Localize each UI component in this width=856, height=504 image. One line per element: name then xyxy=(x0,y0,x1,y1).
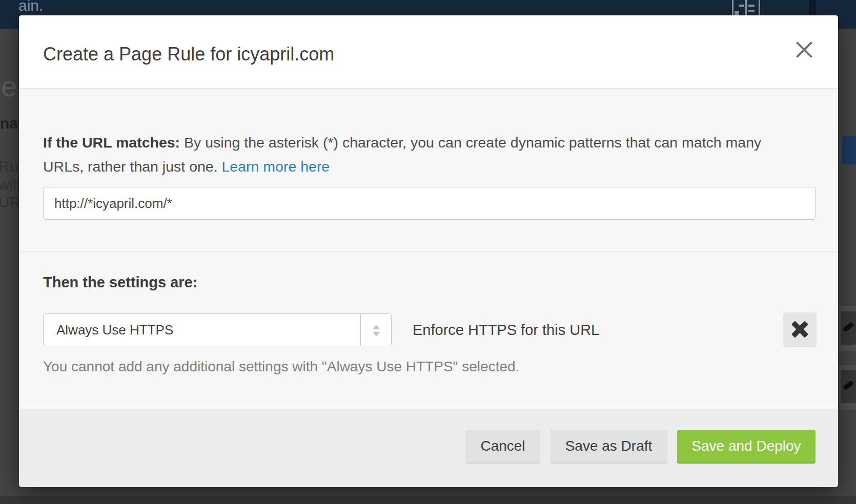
save-as-draft-button[interactable]: Save as Draft xyxy=(550,430,667,463)
background-domain-text: ain. xyxy=(18,0,43,14)
remove-setting-button[interactable] xyxy=(783,312,817,346)
setting-select-value: Always Use HTTPS xyxy=(56,314,173,346)
section-divider xyxy=(19,251,838,251)
background-blue-button-fragment xyxy=(842,136,856,164)
modal-footer: Cancel Save as Draft Save and Deploy xyxy=(19,409,838,487)
save-and-deploy-button[interactable]: Save and Deploy xyxy=(677,430,816,463)
cancel-button[interactable]: Cancel xyxy=(465,430,540,463)
select-spinner[interactable] xyxy=(360,314,391,346)
setting-description: Enforce HTTPS for this URL xyxy=(413,313,599,346)
setting-select[interactable]: Always Use HTTPS xyxy=(43,313,392,346)
setting-helper-text: You cannot add any additional settings w… xyxy=(43,359,519,375)
background-text-fragment: UR xyxy=(0,194,21,211)
background-row-fragment xyxy=(839,306,856,351)
modal-title: Create a Page Rule for icyapril.com xyxy=(43,44,334,65)
learn-more-link[interactable]: Learn more here xyxy=(222,158,330,175)
delete-x-icon xyxy=(790,320,809,339)
background-text-fragment: Ru xyxy=(0,158,18,175)
background-nav-fragment xyxy=(809,0,816,15)
background-bottom-band xyxy=(0,496,856,504)
chevron-down-icon xyxy=(373,332,380,337)
background-row-fragment xyxy=(839,365,856,410)
modal-header: Create a Page Rule for icyapril.com xyxy=(19,15,838,89)
close-icon[interactable] xyxy=(795,40,813,59)
chevron-up-icon xyxy=(373,325,380,329)
url-pattern-input[interactable] xyxy=(43,187,816,220)
create-page-rule-modal: Create a Page Rule for icyapril.com If t… xyxy=(19,15,838,487)
footer-button-row: Cancel Save as Draft Save and Deploy xyxy=(465,430,816,463)
url-match-description: If the URL matches: By using the asteris… xyxy=(43,131,776,179)
background-text-fragment: will xyxy=(0,176,20,194)
screen: ain. e nav Ru will UR Create a Page Rule… xyxy=(0,0,856,504)
settings-heading: Then the settings are: xyxy=(43,274,197,291)
background-text-fragment: e xyxy=(1,70,17,103)
url-match-label: If the URL matches: xyxy=(43,134,180,151)
